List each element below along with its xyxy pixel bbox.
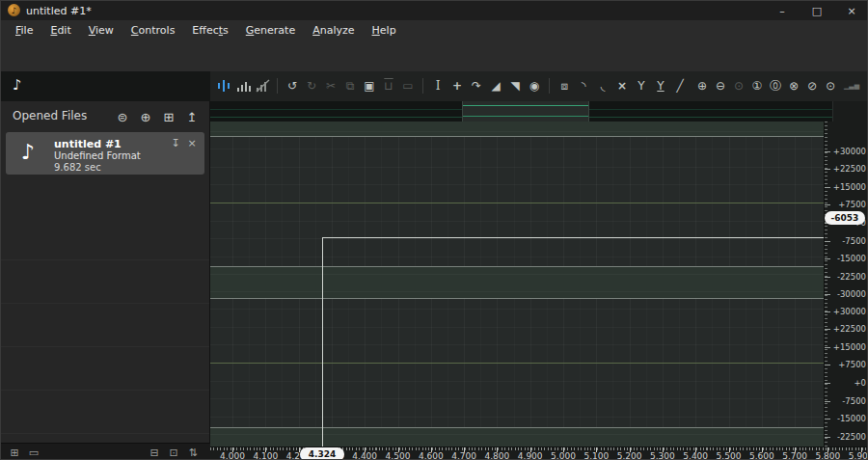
level-meter-icon: ▁▃▅ [842, 75, 861, 96]
paste-button[interactable]: ▣ [361, 75, 378, 96]
file-format: Undefined Format [54, 150, 141, 161]
fade-in-button[interactable]: ◢ [487, 75, 504, 96]
filter-files-button[interactable]: ⊜ [113, 106, 132, 127]
delete-button[interactable]: ⊔ [380, 75, 397, 96]
file-name: untitled #1 [54, 138, 122, 150]
maximize-button[interactable]: □ [800, 1, 834, 20]
collapse-file-button[interactable]: ↧ [169, 136, 182, 149]
editor-toolbar: ♪ ↺↻✂⧉▣⊔▭ I+↷◢◥◉ [1, 71, 868, 102]
cut-button[interactable]: ✂ [322, 75, 339, 96]
file-tab-strip: ♪ [1, 71, 210, 101]
timeline-label: 5.900 [842, 451, 868, 460]
opened-files-header: Opened Files ⊜⊕⊞↥ [1, 101, 209, 131]
overview-viewport[interactable] [462, 101, 589, 122]
amplitude-axis: +30000+22500+15000+7500+0-7500-15000-225… [824, 122, 868, 446]
close-file-button[interactable]: × [185, 136, 199, 149]
axis-label-ch2: +0 [829, 378, 866, 388]
insert-marker-button[interactable]: I [429, 75, 447, 96]
split-button[interactable]: Y [633, 75, 650, 96]
undo-button[interactable]: ↺ [284, 75, 301, 96]
file-note-icon: ♪ [21, 140, 35, 164]
axis-label-ch2: -22500 [829, 432, 866, 442]
merge-button[interactable]: Y [652, 75, 669, 96]
axis-label-ch2: +7500 [829, 360, 866, 369]
zoom-selection-button[interactable]: ⊙ [730, 75, 747, 96]
menu-help[interactable]: Help [364, 21, 405, 40]
fade-out-button[interactable]: ◥ [506, 75, 524, 96]
axis-label-ch2: +30000 [829, 307, 866, 316]
axis-label-ch1: +30000 [829, 147, 866, 156]
sort-panel-button[interactable]: ⇅ [185, 445, 201, 460]
spectrum-view-button[interactable] [234, 75, 252, 96]
cursor-amplitude-badge: -6053 [825, 211, 865, 225]
crossfade-button[interactable]: × [613, 75, 631, 96]
opened-files-title: Opened Files [13, 109, 87, 122]
list-view-button[interactable]: ▭ [26, 445, 41, 460]
axis-label-ch2: +22500 [829, 324, 866, 334]
preview-panel-button[interactable]: ⊡ [166, 445, 181, 460]
axis-label-ch1: -22500 [829, 272, 866, 282]
cursor-time-badge: 4.324 [300, 447, 344, 460]
move-tool-button[interactable]: + [448, 75, 466, 96]
overview-end-region [832, 101, 868, 122]
opened-files-panel: Opened Files ⊜⊕⊞↥ ♪ untitled #1 Undefine… [1, 101, 210, 443]
minimize-button[interactable]: – [765, 1, 800, 20]
ocenaudio-window: ♪ untitled #1* –□× FileEditViewControlsE… [0, 0, 868, 460]
file-list-item[interactable]: ♪ untitled #1 Undefined Format 9.682 sec… [6, 132, 204, 175]
waveform-channels[interactable] [210, 122, 824, 446]
axis-label-ch1: -7500 [829, 236, 866, 246]
duplicate-file-button[interactable]: ⊞ [159, 106, 178, 127]
trim-button[interactable]: ▭ [399, 75, 417, 96]
clip-band-middle [210, 266, 824, 298]
export-file-button[interactable]: ↥ [182, 106, 202, 127]
axis-label-ch1: +7500 [829, 200, 866, 209]
panel-grip[interactable]: ║ [864, 75, 868, 96]
menu-controls[interactable]: Controls [122, 21, 184, 40]
file-tab-note-icon[interactable]: ♪ [13, 76, 22, 94]
clip-band-top [210, 122, 824, 136]
app-icon: ♪ [8, 4, 20, 16]
curve-concave-button[interactable]: ◟ [594, 75, 611, 96]
menu-file[interactable]: File [7, 21, 41, 40]
axis-label-ch1: -15000 [829, 254, 866, 263]
vertical-zoom-reset-button[interactable]: ⊙ [817, 72, 844, 99]
status-bar: ⊞▭ ⊟⊡⇅ [1, 443, 210, 460]
menu-analyze[interactable]: Analyze [304, 21, 363, 40]
window-controls: –□× [765, 1, 868, 20]
cursor-crosshair-vertical [322, 237, 323, 446]
amplify-button[interactable]: ◉ [526, 75, 543, 96]
title-bar: ♪ untitled #1* –□× [1, 1, 868, 20]
copy-button[interactable]: ⧉ [341, 75, 359, 96]
axis-label-ch2: -15000 [829, 414, 866, 423]
collapse-panel-button[interactable]: ⊟ [147, 445, 162, 460]
zoom-in-button[interactable]: ⊕ [693, 75, 711, 96]
line-tool-button[interactable]: ╱ [671, 75, 689, 96]
waveform-view-button[interactable] [215, 75, 232, 96]
cursor-crosshair-horizontal [322, 237, 824, 238]
redo-button[interactable]: ↻ [303, 75, 320, 96]
timeline-ruler[interactable]: 4.0004.1004.2004.3004.4004.5004.6004.700… [210, 446, 868, 460]
axis-label-ch2: +15000 [829, 342, 866, 352]
effect-frame-button[interactable]: ⧈ [556, 75, 573, 96]
clip-band-bottom [210, 427, 824, 446]
curve-convex-button[interactable]: ◝ [575, 75, 592, 96]
channel-left-zero-line [210, 203, 824, 203]
add-file-button[interactable]: ⊕ [136, 106, 155, 127]
transport-toolbar: ●▶■◀◀▶▶ ◔↻⇆●→ i 44.1kHzstereo 0000:00 0.… [1, 41, 868, 71]
menu-view[interactable]: View [80, 21, 122, 40]
menu-effects[interactable]: Effects [183, 21, 236, 40]
zoom-one-to-one-button[interactable]: ① [748, 75, 766, 96]
grid-view-button[interactable]: ⊞ [7, 445, 22, 460]
file-duration: 9.682 sec [54, 162, 101, 173]
reverse-button[interactable]: ↷ [468, 75, 485, 96]
spectrogram-view-button[interactable] [254, 75, 271, 96]
zoom-out-button[interactable]: ⊖ [712, 75, 729, 96]
menu-bar: FileEditViewControlsEffectsGenerateAnaly… [1, 20, 868, 41]
axis-label-ch1: -30000 [829, 289, 866, 299]
waveform-overview[interactable] [210, 101, 868, 122]
menu-edit[interactable]: Edit [41, 21, 79, 40]
menu-generate[interactable]: Generate [237, 21, 304, 40]
waveform-editor[interactable]: +30000+22500+15000+7500+0-7500-15000-225… [210, 101, 868, 460]
window-title: untitled #1* [26, 5, 92, 17]
close-button[interactable]: × [834, 1, 868, 20]
